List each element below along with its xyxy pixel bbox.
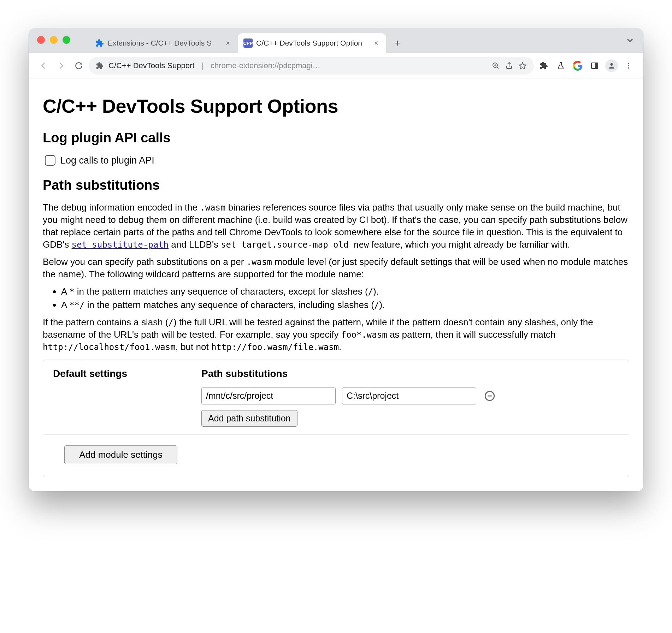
code: /: [169, 318, 173, 327]
zoom-icon[interactable]: [491, 61, 500, 70]
menu-button[interactable]: [621, 58, 636, 73]
code: *: [69, 287, 74, 297]
minimize-window-button[interactable]: [50, 36, 58, 44]
cpp-icon: CPP: [243, 39, 253, 48]
text: A: [61, 286, 69, 297]
page-content: C/C++ DevTools Support Options Log plugi…: [29, 78, 643, 491]
tab-strip: Extensions - C/C++ DevTools S CPP C/C++ …: [29, 28, 643, 53]
text: as pattern, then it will successfully ma…: [387, 329, 556, 340]
svg-point-3: [610, 63, 613, 65]
text: and LLDB's: [169, 239, 221, 250]
list-item: A **/ in the pattern matches any sequenc…: [61, 299, 629, 311]
text: in the pattern matches any sequence of c…: [85, 300, 374, 310]
text: in the pattern matches any sequence of c…: [75, 286, 368, 297]
code: http://foo.wasm/file.wasm: [211, 342, 339, 352]
omnibox-divider: |: [199, 61, 206, 70]
add-module-button[interactable]: Add module settings: [64, 445, 177, 464]
share-icon[interactable]: [505, 61, 513, 70]
window-controls: [37, 36, 70, 44]
extension-icon: [96, 62, 104, 70]
settings-panel: Default settings Path substitutions Add …: [43, 360, 629, 477]
path-from-input[interactable]: [201, 388, 336, 404]
forward-button[interactable]: [53, 58, 69, 73]
gdb-link[interactable]: set substitute-path: [72, 240, 169, 250]
list-item: A * in the pattern matches any sequence …: [61, 285, 629, 298]
text: Below you can specify path substitutions…: [43, 256, 247, 267]
svg-point-6: [628, 67, 629, 69]
text: If the pattern contains a slash (: [43, 317, 169, 327]
new-tab-button[interactable]: [389, 35, 406, 52]
tab-title: Extensions - C/C++ DevTools S: [108, 39, 221, 47]
tab-extensions[interactable]: Extensions - C/C++ DevTools S: [89, 33, 238, 53]
path-paragraph-3: If the pattern contains a slash (/) the …: [43, 316, 629, 353]
extensions-button[interactable]: [536, 58, 552, 73]
code: /: [374, 300, 379, 310]
labs-button[interactable]: [553, 58, 568, 73]
path-substitution-column: Path substitutions Add path substitution: [201, 367, 619, 427]
path-sub-header: Path substitutions: [201, 367, 619, 380]
section-heading-log: Log plugin API calls: [43, 129, 629, 147]
text: The debug information encoded in the: [43, 202, 200, 213]
bookmark-icon[interactable]: [518, 61, 527, 70]
page-title: C/C++ DevTools Support Options: [43, 93, 629, 119]
settings-footer: Add module settings: [43, 434, 629, 477]
code: foo*.wasm: [341, 330, 387, 340]
code: .wasm: [200, 203, 225, 213]
profile-button[interactable]: [604, 58, 619, 73]
add-path-button[interactable]: Add path substitution: [201, 410, 297, 427]
code: set target.source-map old new: [221, 240, 369, 250]
path-substitution-row: [201, 388, 619, 404]
text: A: [61, 300, 69, 310]
tab-options[interactable]: CPP C/C++ DevTools Support Option: [238, 33, 386, 53]
omnibox-url: chrome-extension://pdcpmagi…: [211, 61, 487, 70]
address-bar[interactable]: C/C++ DevTools Support | chrome-extensio…: [89, 57, 534, 75]
settings-default-row: Default settings Path substitutions Add …: [43, 360, 629, 434]
path-paragraph-2: Below you can specify path substitutions…: [43, 256, 629, 280]
close-window-button[interactable]: [37, 36, 45, 44]
wildcard-list: A * in the pattern matches any sequence …: [43, 285, 629, 311]
svg-point-4: [628, 63, 629, 64]
text: , but not: [176, 342, 211, 352]
close-tab-icon[interactable]: [373, 40, 380, 47]
code: **/: [69, 300, 84, 310]
browser-toolbar: C/C++ DevTools Support | chrome-extensio…: [29, 53, 643, 78]
text: .: [339, 342, 341, 352]
close-tab-icon[interactable]: [224, 40, 231, 47]
svg-rect-2: [595, 63, 598, 69]
default-settings-label: Default settings: [53, 367, 201, 427]
text: ).: [379, 300, 385, 310]
google-services-button[interactable]: [570, 58, 585, 73]
back-button[interactable]: [36, 58, 51, 73]
toolbar-right: [536, 58, 636, 73]
tab-overflow-button[interactable]: [625, 35, 635, 45]
tab-title: C/C++ DevTools Support Option: [256, 39, 369, 47]
text: feature, which you might already be fami…: [369, 239, 570, 250]
log-checkbox[interactable]: [45, 155, 55, 166]
log-checkbox-label: Log calls to plugin API: [60, 154, 154, 167]
path-to-input[interactable]: [342, 388, 476, 404]
maximize-window-button[interactable]: [63, 36, 70, 44]
code: .wasm: [247, 257, 272, 267]
code: /: [368, 287, 373, 297]
omnibox-ext-name: C/C++ DevTools Support: [108, 61, 194, 70]
code: http://localhost/foo1.wasm: [43, 342, 176, 352]
browser-window: Extensions - C/C++ DevTools S CPP C/C++ …: [29, 28, 643, 491]
text: ).: [373, 286, 379, 297]
side-panel-button[interactable]: [587, 58, 602, 73]
log-checkbox-row: Log calls to plugin API: [45, 154, 629, 167]
extension-icon: [95, 39, 104, 48]
svg-point-5: [628, 65, 629, 66]
path-paragraph-1: The debug information encoded in the .wa…: [43, 201, 629, 251]
tabs: Extensions - C/C++ DevTools S CPP C/C++ …: [89, 28, 406, 53]
reload-button[interactable]: [71, 58, 87, 73]
section-heading-path: Path substitutions: [43, 176, 629, 194]
remove-path-button[interactable]: [483, 389, 497, 403]
avatar: [605, 59, 618, 72]
